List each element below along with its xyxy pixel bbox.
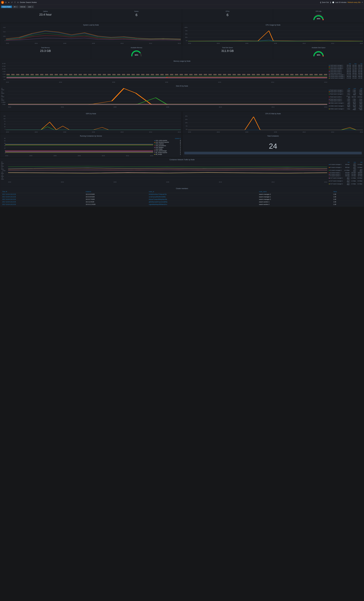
legend-row: Used swarm-worker-2 898 MB 904 MB 901 MB — [328, 71, 363, 72]
net-legend-max: -2.5 kBps — [350, 182, 356, 185]
total-memory-card: Total Memory 23.3 GB — [0, 45, 91, 59]
disk-legend-max: 2.18 kBps — [351, 92, 356, 95]
service-label: mon_grafana — [154, 147, 163, 148]
net-legend-row: IN swarm-worker-3 406 Bps 675 Bps 537 Bp… — [328, 175, 363, 177]
total-containers-value: 24 — [183, 138, 363, 152]
zoom-in-button[interactable]: ❯ — [330, 1, 331, 3]
col-time[interactable]: Time ▼ — [1, 190, 85, 193]
service-value: 1 — [180, 154, 181, 155]
net-legend-max: 913 Bps — [350, 173, 356, 175]
total-disk-card: Total Disk Space 311.9 GB — [182, 45, 273, 59]
net-legend-min: 413 Bps — [343, 173, 350, 175]
disk-legend-avg: 4.84 Bps — [356, 95, 363, 98]
legend-avg: 901 MB — [357, 71, 363, 72]
legend-row: Cached swarm-manager-1 1.41 GB 1.41 GB 1… — [328, 74, 363, 76]
refresh-icon[interactable]: ↺ — [11, 1, 13, 3]
services-legend: current ▼ mon_node-exporter 6mon_dockerd… — [154, 138, 181, 156]
legend-row: Used swarm-manager-2 941 MB 953 MB 948 M… — [328, 66, 363, 68]
svg-text:66%: 66% — [135, 54, 138, 56]
legend-label: Used swarm-manager-1 — [328, 64, 346, 66]
disk-legend-avg: 122.85 kBps — [356, 107, 363, 110]
swarm-node-filter[interactable]: Swarm Node — [1, 6, 12, 8]
disk-io-chart-side: 25 MBps20 MBps15 MBps10 MBps5 MBps0 Bps — [1, 88, 327, 110]
running-containers-title: Running Containers by Service — [1, 135, 181, 137]
disk-legend-avg: 38.75 kBps — [356, 92, 363, 95]
cell-node-name: swarm-manager-1 — [258, 196, 332, 198]
col-node-name[interactable]: node_name — [258, 190, 332, 193]
net-legend-row: IN swarm-manager-1 936 Bps 20.4 kBps 6.9… — [328, 163, 363, 166]
legend-min: 1.22 GB — [346, 68, 351, 69]
disk-legend-max: 33.31 kBps — [351, 101, 356, 104]
disk-legend-row: Read swarm-worker-1 273.07 Bps 906 MB 4.… — [328, 95, 363, 98]
zoom-out-button[interactable]: ❮ Zoom Out — [320, 1, 329, 3]
legend-avg: 948 MB — [357, 66, 363, 68]
col-instance[interactable]: instance — [85, 190, 148, 193]
net-legend-min: -19.7 kBps — [343, 177, 350, 180]
interval-filter[interactable]: Interval — [19, 6, 26, 8]
net-legend-label: IN swarm-worker-3 — [328, 175, 343, 177]
auto-filter[interactable]: auto ▾ — [27, 6, 34, 8]
disk-io-panel: Disk I/O by Node 25 MBps20 MBps15 MBps10… — [0, 84, 364, 111]
clock-icon: 🕐 — [332, 1, 334, 3]
containers-chart-side: 302520151050 — [1, 138, 153, 156]
legend-min: 898 MB — [346, 71, 351, 72]
refresh-button[interactable]: ↺ — [362, 1, 363, 3]
cpus-card: CPUs 6 — [182, 9, 273, 23]
service-legend-row: mon_grafana 1 — [154, 147, 181, 148]
legend-name-header — [328, 63, 346, 64]
net-legend-max: 675 Bps — [350, 175, 356, 177]
star-icon[interactable]: ★ — [8, 1, 10, 3]
service-value: 6 — [180, 141, 181, 143]
net-legend-min: -27.0 kBps — [343, 180, 350, 182]
legend-max: 906 MB — [351, 72, 357, 74]
containers-chart: 302520151050 — [1, 138, 153, 156]
disk-legend-max: 1.60 MBps — [351, 107, 356, 110]
memory-stat-row: Total Memory 23.3 GB Available Memory 66… — [0, 45, 364, 59]
disk-legend-min: 0 Bps — [344, 89, 351, 91]
grid-icon[interactable]: ⊞ — [5, 1, 7, 3]
memory-legend-side: min max avg Used swarm-manager-1 950 MB … — [328, 63, 363, 83]
cpu-io-wait-title: CPU IO Wait by Node — [183, 113, 363, 115]
service-label: db_mongo — [154, 154, 162, 155]
nodes-value: 6 — [136, 13, 138, 17]
settings-icon[interactable]: ⚙ — [17, 1, 19, 3]
cell-instance: 10.0.0.9:9100 — [85, 193, 148, 196]
uptime-card: Uptime 23.4 hour — [0, 9, 91, 23]
window-title: Docker Swarm Nodes — [20, 1, 37, 3]
legend-max: 1.27 GB — [351, 68, 357, 69]
all-filter[interactable]: All ▾ — [13, 6, 18, 8]
timer-icon[interactable]: ⏱ — [14, 1, 16, 3]
system-load-svg-area — [6, 27, 181, 41]
iops-y-axis: 1251007550250 — [1, 115, 6, 130]
col-node-id[interactable]: node_id — [148, 190, 258, 193]
service-value: 6 — [180, 140, 181, 141]
disk-legend-avg: 0 Bps — [356, 91, 363, 92]
legend-row: Used swarm-manager-3 1.22 GB 1.27 GB 1.2… — [328, 68, 363, 69]
services-current-label[interactable]: current ▼ — [154, 138, 181, 140]
system-load-y-axis: 0.150.100.050 — [1, 27, 6, 41]
disk-io-y-axis: 25 MBps20 MBps15 MBps10 MBps5 MBps0 Bps — [1, 88, 6, 105]
net-legend-row: IN swarm-manager-3 12.9 kBps 23.9 kBps 1… — [328, 169, 363, 172]
topbar: 🔥 ⊞ ★ ↺ ⏱ ⚙ Docker Swarm Nodes ❮ Zoom Ou… — [0, 0, 364, 5]
legend-label: Cached swarm-manager-2 — [328, 76, 346, 77]
net-legend-row: IN swarm-manager-2 899 Bps 24.6 kBps 6.6… — [328, 166, 363, 169]
disk-io-x-axis: 18:0218:0418:0618:0818:1018:1218:14 — [8, 106, 327, 108]
col-value[interactable]: Value — [332, 190, 363, 193]
filterbar: Swarm Node All ▾ Interval auto ▾ — [0, 5, 364, 9]
cluster-table-scroll[interactable]: Time ▼ instance node_id node_name Value … — [1, 190, 363, 206]
disk-legend-min: 0 Bps — [344, 91, 351, 92]
disk-legend-row: Read swarm-manager-3 0 Bps 2.18 kBps 38.… — [328, 92, 363, 95]
network-svg-area — [8, 161, 327, 180]
available-disk-label: Available Disk Space — [312, 47, 325, 48]
disk-legend-max-header: max — [351, 88, 356, 89]
cpu-usage-x-axis: 18:0218:0418:0618:0818:1018:1218:14 — [188, 43, 363, 44]
cell-node-name: swarm-worker-2 — [258, 203, 332, 206]
available-memory-gauge: 66% — [130, 49, 142, 57]
containers-x-axis: 18:0218:0418:0618:0818:1018:1218:14 — [5, 155, 153, 156]
service-value: 1 — [180, 145, 181, 146]
service-value: 1 — [180, 152, 181, 153]
cell-time: 2017-10-04 18:15:35 — [1, 196, 85, 198]
legend-row: Used swarm-worker-3 902 MB 906 MB 904 MB — [328, 72, 363, 74]
total-memory-label: Total Memory — [41, 47, 50, 48]
last-time-label: Last 15 minutes — [335, 1, 347, 3]
